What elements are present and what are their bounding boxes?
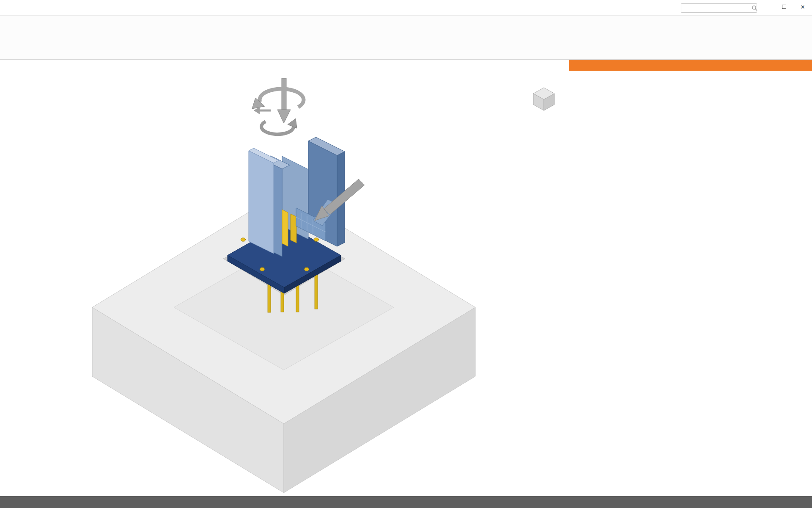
view-navigation-cube[interactable] bbox=[530, 84, 558, 112]
template-panel bbox=[569, 60, 812, 496]
maximize-button[interactable] bbox=[775, 0, 793, 14]
maximize-icon bbox=[782, 5, 786, 9]
titlebar: × bbox=[0, 0, 812, 16]
3d-viewport[interactable] bbox=[0, 60, 569, 496]
main-area bbox=[0, 60, 812, 496]
window-controls: × bbox=[756, 0, 812, 16]
minimize-button[interactable] bbox=[756, 0, 775, 14]
production-cost bbox=[507, 76, 510, 82]
search-box[interactable] bbox=[681, 3, 757, 13]
minimize-icon bbox=[763, 7, 768, 7]
3d-scene[interactable] bbox=[0, 60, 569, 496]
template-panel-body bbox=[569, 71, 812, 496]
template-panel-header bbox=[569, 60, 812, 71]
close-button[interactable]: × bbox=[793, 0, 812, 14]
search-input[interactable] bbox=[681, 6, 752, 11]
close-icon: × bbox=[801, 3, 805, 11]
statusbar bbox=[0, 496, 812, 508]
ribbon bbox=[0, 16, 812, 60]
